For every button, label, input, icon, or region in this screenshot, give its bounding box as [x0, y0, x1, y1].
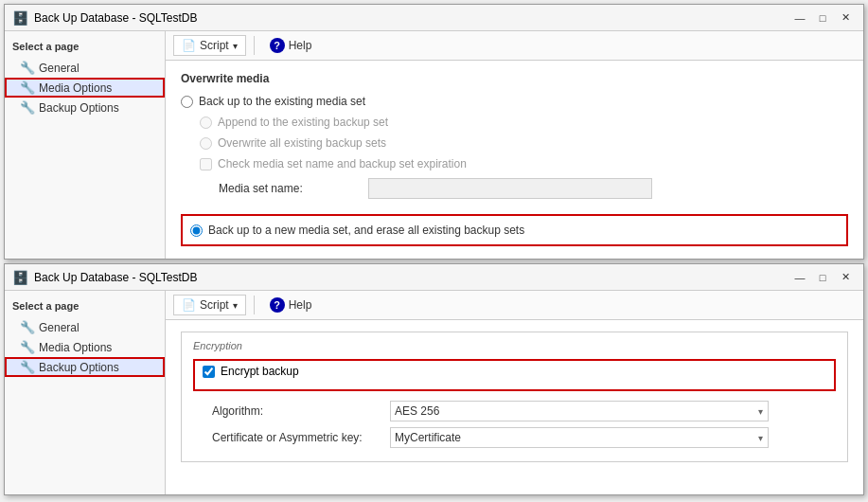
- certificate-label: Certificate or Asymmetric key:: [193, 431, 382, 444]
- new-media-set-highlight: Back up to a new media set, and erase al…: [181, 214, 848, 246]
- help-icon: ?: [270, 38, 285, 53]
- media-options-page-icon: 🔧: [20, 81, 35, 95]
- algorithm-select[interactable]: AES 128 AES 192 AES 256 Triple DES 3KEY: [390, 401, 769, 421]
- bottom-sidebar-header: Select a page: [5, 298, 165, 317]
- top-main-content: Overwrite media Back up to the existing …: [166, 61, 863, 259]
- encrypt-backup-highlight: Encrypt backup: [193, 359, 836, 391]
- encrypt-backup-checkbox[interactable]: [203, 366, 215, 378]
- top-sidebar-backup-label: Backup Options: [39, 101, 119, 115]
- certificate-select[interactable]: MyCertificate: [390, 427, 769, 448]
- check-media-set-checkbox-row: Check media set name and backup set expi…: [181, 155, 848, 172]
- certificate-select-container: MyCertificate: [390, 427, 769, 448]
- encrypt-backup-row: Encrypt backup: [203, 365, 826, 378]
- top-window: 🗄️ Back Up Database - SQLTestDB — □ ✕ Se…: [4, 4, 864, 260]
- bottom-sidebar-item-backup-options[interactable]: 🔧 Backup Options: [5, 357, 165, 377]
- existing-media-radio[interactable]: [181, 96, 193, 108]
- algorithm-label: Algorithm:: [193, 404, 382, 418]
- bottom-help-icon: ?: [270, 297, 285, 313]
- bottom-script-button[interactable]: 📄 Script ▾: [173, 295, 246, 315]
- top-minimize-button[interactable]: —: [789, 9, 810, 27]
- top-script-button[interactable]: 📄 Script ▾: [173, 35, 246, 56]
- top-sidebar-general-label: General: [39, 62, 80, 75]
- bottom-minimize-button[interactable]: —: [789, 268, 810, 287]
- algorithm-select-container: AES 128 AES 192 AES 256 Triple DES 3KEY: [390, 401, 769, 421]
- new-media-label: Back up to a new media set, and erase al…: [208, 224, 524, 237]
- toolbar-separator: [254, 36, 255, 55]
- top-maximize-button[interactable]: □: [812, 9, 833, 27]
- top-title-bar: 🗄️ Back Up Database - SQLTestDB — □ ✕: [5, 5, 863, 31]
- bottom-toolbar: 📄 Script ▾ ? Help: [166, 291, 863, 320]
- bottom-sidebar: Select a page 🔧 General 🔧 Media Options …: [5, 291, 166, 494]
- overwrite-media-header: Overwrite media: [181, 72, 848, 85]
- top-sidebar-item-backup-options[interactable]: 🔧 Backup Options: [5, 98, 165, 117]
- bottom-sidebar-general-label: General: [39, 321, 80, 334]
- check-media-set-checkbox[interactable]: [200, 158, 212, 170]
- top-right-panel: 📄 Script ▾ ? Help Overwrite media Ba: [166, 31, 863, 259]
- certificate-row: Certificate or Asymmetric key: MyCertifi…: [193, 427, 836, 448]
- bottom-window-content: Select a page 🔧 General 🔧 Media Options …: [5, 291, 863, 494]
- media-set-name-input[interactable]: [368, 178, 652, 199]
- bottom-right-panel: 📄 Script ▾ ? Help Encryption: [166, 291, 863, 494]
- append-label: Append to the existing backup set: [218, 116, 388, 129]
- bottom-sidebar-item-media-options[interactable]: 🔧 Media Options: [5, 337, 165, 357]
- bottom-script-icon: 📄: [182, 298, 196, 312]
- bottom-close-button[interactable]: ✕: [835, 268, 856, 287]
- top-sidebar-media-label: Media Options: [39, 81, 112, 95]
- encrypt-backup-label: Encrypt backup: [221, 365, 299, 378]
- radio-overwrite-backup-sets[interactable]: Overwrite all existing backup sets: [181, 134, 848, 152]
- bottom-main-content: Encryption Encrypt backup Algorithm:: [166, 320, 863, 494]
- bottom-sidebar-media-label: Media Options: [39, 341, 112, 354]
- bottom-sidebar-item-general[interactable]: 🔧 General: [5, 317, 165, 337]
- encryption-section: Encryption Encrypt backup Algorithm:: [181, 332, 848, 462]
- top-sidebar-header: Select a page: [5, 39, 165, 58]
- top-title-left: 🗄️ Back Up Database - SQLTestDB: [12, 10, 198, 26]
- top-sidebar-item-general[interactable]: 🔧 General: [5, 58, 165, 78]
- bottom-general-icon: 🔧: [20, 320, 35, 334]
- bottom-window: 🗄️ Back Up Database - SQLTestDB — □ ✕ Se…: [4, 263, 864, 495]
- encryption-section-title: Encryption: [193, 340, 836, 351]
- bottom-maximize-button[interactable]: □: [812, 268, 833, 287]
- top-window-title: Back Up Database - SQLTestDB: [34, 11, 198, 25]
- bottom-title-left: 🗄️ Back Up Database - SQLTestDB: [12, 270, 198, 285]
- check-media-label: Check media set name and backup set expi…: [218, 157, 467, 170]
- top-window-content: Select a page 🔧 General 🔧 Media Options …: [5, 31, 863, 259]
- radio-append-backup-set[interactable]: Append to the existing backup set: [181, 114, 848, 131]
- bottom-title-bar: 🗄️ Back Up Database - SQLTestDB — □ ✕: [5, 264, 863, 291]
- backup-options-page-icon: 🔧: [20, 100, 35, 115]
- algorithm-row: Algorithm: AES 128 AES 192 AES 256 Tripl…: [193, 401, 836, 421]
- bottom-title-controls: — □ ✕: [789, 268, 856, 287]
- existing-media-label: Back up to the existing media set: [199, 95, 365, 108]
- bottom-script-dropdown-icon: ▾: [233, 300, 238, 311]
- overwrite-media-options: Back up to the existing media set Append…: [181, 93, 848, 259]
- media-set-name-row: Media set name:: [181, 178, 848, 199]
- bottom-media-options-icon: 🔧: [20, 340, 35, 354]
- top-title-controls: — □ ✕: [789, 9, 856, 27]
- radio-new-media-set[interactable]: Back up to a new media set, and erase al…: [190, 222, 839, 239]
- overwrite-all-label: Overwrite all existing backup sets: [218, 136, 386, 150]
- overwrite-all-radio[interactable]: [200, 137, 212, 150]
- bottom-backup-options-icon: 🔧: [20, 360, 35, 374]
- script-dropdown-icon: ▾: [233, 41, 238, 51]
- script-icon: 📄: [182, 39, 196, 52]
- append-radio[interactable]: [200, 117, 212, 129]
- radio-existing-media-set[interactable]: Back up to the existing media set: [181, 93, 848, 110]
- bottom-window-title: Back Up Database - SQLTestDB: [34, 271, 198, 284]
- top-help-button[interactable]: ? Help: [262, 35, 320, 56]
- top-sidebar: Select a page 🔧 General 🔧 Media Options …: [5, 31, 166, 259]
- bottom-window-icon: 🗄️: [12, 270, 28, 285]
- general-page-icon: 🔧: [20, 61, 35, 75]
- media-set-name-label: Media set name:: [219, 182, 361, 195]
- top-window-icon: 🗄️: [12, 10, 28, 26]
- new-media-radio[interactable]: [190, 224, 203, 237]
- top-toolbar: 📄 Script ▾ ? Help: [166, 31, 863, 61]
- bottom-help-button[interactable]: ? Help: [262, 295, 320, 315]
- bottom-sidebar-backup-label: Backup Options: [39, 361, 119, 374]
- top-sidebar-item-media-options[interactable]: 🔧 Media Options: [5, 78, 165, 98]
- bottom-toolbar-separator: [254, 296, 255, 314]
- top-close-button[interactable]: ✕: [835, 9, 856, 27]
